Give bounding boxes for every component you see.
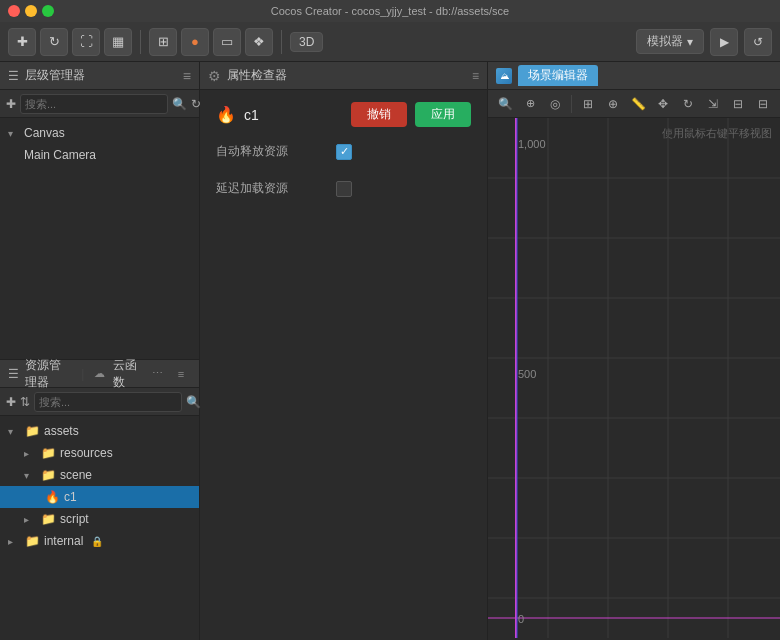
properties-panel: ⚙ 属性检查器 ≡ 🔥 c1 撤销 应用 自动释放资源 ✓ 延迟加载资源 <box>200 62 488 640</box>
play-button[interactable]: ▶ <box>710 28 738 56</box>
main-camera-label: Main Camera <box>24 148 96 162</box>
props-row-lazy-load: 延迟加载资源 <box>216 176 471 201</box>
hierarchy-tree: ▾ Canvas Main Camera <box>0 118 199 359</box>
hierarchy-title: 层级管理器 <box>25 67 177 84</box>
rect-button[interactable]: ▭ <box>213 28 241 56</box>
zoom-out-icon[interactable]: 🔍 <box>494 93 516 115</box>
anchor-icon[interactable]: ⊕ <box>602 93 624 115</box>
assets-toolbar: ✚ ⇅ 🔍 <box>0 388 199 416</box>
c1-label: c1 <box>64 490 77 504</box>
assets-search[interactable] <box>34 392 182 412</box>
props-header: ⚙ 属性检查器 ≡ <box>200 62 487 90</box>
hierarchy-search[interactable] <box>20 94 168 114</box>
scene-toolbar: 🔍 ⊕ ◎ ⊞ ⊕ 📏 ✥ ↻ ⇲ ⊟ ⊟ <box>488 90 780 118</box>
scene-arrow: ▾ <box>24 470 36 481</box>
auto-release-checkbox[interactable]: ✓ <box>336 144 352 160</box>
script-folder-icon: 📁 <box>40 512 56 526</box>
gear-icon: ⚙ <box>208 68 221 84</box>
resources-arrow: ▸ <box>24 448 36 459</box>
assets-panel: ☰ 资源管理器 | ☁ 云函数 ⋯ ≡ ✚ ⇅ 🔍 ▾ 📁 <box>0 360 199 640</box>
scene-viewport[interactable]: 使用鼠标右键平移视图 <box>488 118 780 640</box>
hierarchy-menu-icon[interactable]: ≡ <box>183 68 191 84</box>
ruler-icon[interactable]: 📏 <box>627 93 649 115</box>
cloud-icon: ☁ <box>94 367 105 380</box>
internal-folder-icon: 📁 <box>24 534 40 548</box>
main-content: ☰ 层级管理器 ≡ ✚ 🔍 ↻ ▾ Canvas Main Camera <box>0 62 780 640</box>
scene-label: scene <box>60 468 92 482</box>
asset-item-resources[interactable]: ▸ 📁 resources <box>0 442 199 464</box>
scene-toolbar-sep <box>571 95 572 113</box>
assets-folder-icon: 📁 <box>24 424 40 438</box>
c1-fire-icon: 🔥 <box>44 490 60 504</box>
props-content: 🔥 c1 撤销 应用 自动释放资源 ✓ 延迟加载资源 <box>200 90 487 213</box>
zoom-in-icon[interactable]: ⊕ <box>519 93 541 115</box>
3d-toggle[interactable]: 3D <box>290 32 323 52</box>
asset-item-script[interactable]: ▸ 📁 script <box>0 508 199 530</box>
layout-button[interactable]: ⊞ <box>149 28 177 56</box>
props-name-row: 🔥 c1 撤销 应用 <box>216 102 471 127</box>
cancel-button[interactable]: 撤销 <box>351 102 407 127</box>
canvas-label: Canvas <box>24 126 65 140</box>
apply-button[interactable]: 应用 <box>415 102 471 127</box>
simulate-button[interactable]: 模拟器 ▾ <box>636 29 704 54</box>
resources-folder-icon: 📁 <box>40 446 56 460</box>
separator-2 <box>281 30 282 54</box>
hierarchy-icon: ☰ <box>8 69 19 83</box>
assets-header: ☰ 资源管理器 | ☁ 云函数 ⋯ ≡ <box>0 360 199 388</box>
script-label: script <box>60 512 89 526</box>
left-panel: ☰ 层级管理器 ≡ ✚ 🔍 ↻ ▾ Canvas Main Camera <box>0 62 200 640</box>
title-bar: Cocos Creator - cocos_yjjy_test - db://a… <box>0 0 780 22</box>
assets-label: assets <box>44 424 79 438</box>
scene-panel: ⛰ 场景编辑器 🔍 ⊕ ◎ ⊞ ⊕ 📏 ✥ ↻ ⇲ ⊟ ⊟ 使用鼠标右键平移视图 <box>488 62 780 640</box>
layout-icon[interactable]: ⊟ <box>727 93 749 115</box>
zoom-fit-icon[interactable]: ◎ <box>544 93 566 115</box>
y-label-500: 500 <box>518 368 536 380</box>
asset-item-c1[interactable]: 🔥 c1 <box>0 486 199 508</box>
props-title: 属性检查器 <box>227 67 287 84</box>
assets-title: 资源管理器 <box>25 357 71 391</box>
asset-item-assets[interactable]: ▾ 📁 assets <box>0 420 199 442</box>
align-icon[interactable]: ⊟ <box>752 93 774 115</box>
hierarchy-toolbar: ✚ 🔍 ↻ <box>0 90 199 118</box>
grid-snap-icon[interactable]: ⊞ <box>577 93 599 115</box>
sort-asset-btn[interactable]: ⇅ <box>20 392 30 412</box>
search-icon[interactable]: 🔍 <box>172 94 187 114</box>
toolbar-right: 模拟器 ▾ ▶ ↺ <box>636 28 772 56</box>
scene-editor-icon: ⛰ <box>496 68 512 84</box>
asset-item-scene[interactable]: ▾ 📁 scene <box>0 464 199 486</box>
camera-button[interactable]: ● <box>181 28 209 56</box>
add-hierarchy-btn[interactable]: ✚ <box>6 94 16 114</box>
add-asset-btn[interactable]: ✚ <box>6 392 16 412</box>
y-label-0: 0 <box>518 613 524 625</box>
props-menu-icon[interactable]: ≡ <box>472 69 479 83</box>
props-node-name: c1 <box>244 107 259 123</box>
canvas-arrow: ▾ <box>8 128 20 139</box>
script-arrow: ▸ <box>24 514 36 525</box>
assets-icon: ☰ <box>8 367 19 381</box>
minimize-button[interactable] <box>25 5 37 17</box>
scale-tool-icon[interactable]: ⇲ <box>702 93 724 115</box>
rotate-tool-icon[interactable]: ↻ <box>677 93 699 115</box>
assets-extra-btn2[interactable]: ≡ <box>171 364 191 384</box>
add-node-button[interactable]: ✚ <box>8 28 36 56</box>
props-buttons: 撤销 应用 <box>351 102 471 127</box>
search-assets-icon[interactable]: 🔍 <box>186 392 201 412</box>
refresh-button[interactable]: ↻ <box>40 28 68 56</box>
assets-extra-btn1[interactable]: ⋯ <box>147 364 167 384</box>
scene-editor-tab[interactable]: 场景编辑器 <box>518 65 598 86</box>
cloud-separator: | <box>81 367 84 381</box>
move-tool-icon[interactable]: ✥ <box>652 93 674 115</box>
reload-button[interactable]: ↺ <box>744 28 772 56</box>
props-fire-icon: 🔥 <box>216 105 236 124</box>
tree-item-canvas[interactable]: ▾ Canvas <box>0 122 199 144</box>
grid-button[interactable]: ▦ <box>104 28 132 56</box>
asset-item-internal[interactable]: ▸ 📁 internal 🔒 <box>0 530 199 552</box>
transform-button[interactable]: ❖ <box>245 28 273 56</box>
fullscreen-button[interactable]: ⛶ <box>72 28 100 56</box>
internal-label: internal <box>44 534 83 548</box>
close-button[interactable] <box>8 5 20 17</box>
maximize-button[interactable] <box>42 5 54 17</box>
lazy-load-checkbox[interactable] <box>336 181 352 197</box>
tree-item-main-camera[interactable]: Main Camera <box>0 144 199 166</box>
window-title: Cocos Creator - cocos_yjjy_test - db://a… <box>271 5 509 17</box>
